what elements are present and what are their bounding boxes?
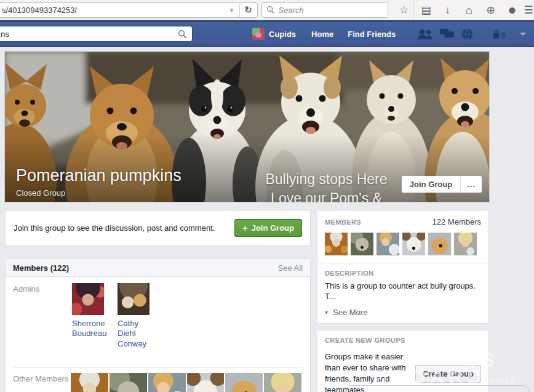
members-panel: Members (122) See All Admins Sherrone Bo…	[5, 258, 311, 392]
group-title: Pomeranian pumpkins	[16, 166, 181, 185]
member-photo[interactable]	[377, 233, 399, 255]
suggested-group-card[interactable]	[346, 385, 529, 392]
group-privacy-label: Closed Group	[16, 188, 181, 198]
admin-card[interactable]: Cathy Diehl Conway	[118, 283, 156, 349]
admins-row: Admins Sherrone Boudreau Cathy Diehl Con…	[13, 283, 303, 349]
member-name-link[interactable]: Cathy Diehl Conway	[118, 319, 156, 349]
members-panel-body: Admins Sherrone Boudreau Cathy Diehl Con…	[6, 277, 310, 392]
divider	[13, 367, 303, 368]
menu-icon[interactable]: ☰	[523, 0, 534, 20]
member-photo[interactable]	[118, 283, 149, 315]
create-group-button[interactable]: Create Group	[415, 365, 481, 383]
notifications-globe-icon[interactable]	[461, 28, 473, 40]
web-apps-icon[interactable]: ⊕	[480, 0, 501, 20]
cover-buttons: Join Group ...	[402, 176, 482, 193]
member-thumbnails	[325, 233, 481, 255]
reload-icon[interactable]: ↻	[240, 4, 257, 15]
admin-card[interactable]: Sherrone Boudreau	[72, 283, 111, 349]
group-description-text: This is a group to counter act bully gro…	[325, 281, 481, 302]
member-name-link[interactable]: Sherrone Boudreau	[72, 319, 111, 339]
home-link[interactable]: Home	[311, 30, 333, 39]
browser-buttons: ☆ ▤ ↓ ⌂ ⊕ ☻ ☰	[394, 0, 534, 20]
create-groups-header-label: CREATE NEW GROUPS	[325, 337, 481, 344]
group-cover-photo[interactable]: Bullying stops Here Love our Pom's & Mom…	[5, 52, 489, 202]
privacy-shortcuts-icon[interactable]	[493, 30, 507, 39]
description-header-label: DESCRIPTION	[325, 270, 481, 277]
home-icon[interactable]: ⌂	[458, 0, 480, 20]
main-column: Join this group to see the discussion, p…	[5, 210, 311, 392]
other-members-row: Other Members	[13, 373, 303, 392]
other-members-label: Other Members	[13, 373, 71, 392]
browser-toolbar: s/401309493374253/ ▾ ↻ Search ☆ ▤ ↓ ⌂ ⊕ …	[0, 0, 534, 20]
member-photo[interactable]	[351, 233, 373, 255]
profile-link[interactable]: Cupids	[269, 30, 296, 39]
account-menu-caret-icon[interactable]	[520, 33, 526, 36]
search-icon	[266, 6, 275, 14]
chevron-down-icon: ▾	[325, 309, 328, 316]
page-content: Join this group to see the discussion, p…	[5, 210, 489, 392]
member-photo[interactable]	[428, 233, 451, 255]
find-friends-link[interactable]: Find Friends	[348, 30, 396, 39]
navbar-right: Cupids Home Find Friends	[252, 28, 526, 40]
avatar[interactable]	[252, 28, 265, 40]
cover-caption: Bullying stops Here Love our Pom's & Mom…	[239, 170, 414, 202]
messages-icon[interactable]	[439, 29, 455, 39]
member-photo[interactable]	[325, 233, 348, 255]
see-more-link[interactable]: ▾ See More	[325, 308, 481, 317]
divider	[317, 263, 488, 263]
create-groups-panel: CREATE NEW GROUPS Groups make it easier …	[317, 330, 489, 392]
reading-list-icon[interactable]: ▤	[415, 0, 437, 20]
facebook-navbar: ns Cupids Home Find Friends	[0, 20, 534, 47]
facebook-search-input[interactable]: ns	[0, 26, 193, 42]
cover-caption-line: Bullying stops Here	[239, 170, 414, 189]
member-photo[interactable]	[110, 373, 147, 392]
join-group-button-green[interactable]: + Join Group	[234, 219, 302, 237]
group-header: Pomeranian pumpkins Closed Group	[16, 166, 181, 198]
admins-label: Admins	[13, 283, 72, 349]
bookmark-star-icon[interactable]: ☆	[394, 0, 414, 20]
member-photo[interactable]	[187, 373, 225, 392]
search-placeholder: Search	[279, 6, 304, 15]
friend-requests-icon[interactable]	[416, 29, 432, 39]
join-cta-text: Join this group to see the discussion, p…	[14, 223, 215, 233]
chat-icon[interactable]: ☻	[501, 0, 523, 20]
browser-search-input[interactable]: Search	[261, 2, 388, 18]
member-photo[interactable]	[148, 373, 186, 392]
join-group-label: Join Group	[252, 223, 294, 233]
facebook-search-value[interactable]: ns	[1, 30, 178, 39]
members-see-all-link[interactable]: See All	[278, 263, 303, 273]
member-photo[interactable]	[72, 283, 104, 315]
member-photo[interactable]	[454, 233, 477, 255]
plus-icon: +	[242, 223, 248, 233]
sidebar: MEMBERS 122 Members DESCRIPTION This is …	[317, 210, 489, 392]
see-more-label[interactable]: See More	[333, 308, 367, 317]
members-panel-title: Members (122)	[13, 263, 69, 273]
sidebar-members-header: MEMBERS 122 Members	[325, 217, 481, 226]
member-photo[interactable]	[264, 373, 301, 392]
members-panel-header: Members (122) See All	[6, 259, 310, 277]
members-header-label: MEMBERS	[325, 218, 361, 226]
watermark-text: SINCE	[490, 377, 517, 385]
member-photo[interactable]	[225, 373, 263, 392]
url-text[interactable]: s/401309493374253/	[0, 6, 225, 15]
address-bar[interactable]: s/401309493374253/ ▾ ↻	[0, 2, 258, 18]
more-options-button[interactable]: ...	[461, 176, 482, 193]
search-icon[interactable]	[178, 30, 187, 39]
sidebar-members-panel: MEMBERS 122 Members DESCRIPTION This is …	[317, 210, 489, 324]
member-photo[interactable]	[402, 233, 425, 255]
download-icon[interactable]: ↓	[437, 0, 458, 20]
members-count: 122 Members	[432, 217, 481, 226]
cover-caption-line: Love our Pom's &	[239, 189, 414, 202]
join-group-button[interactable]: Join Group	[402, 176, 461, 193]
url-history-dropdown-icon[interactable]: ▾	[225, 6, 239, 14]
join-cta-panel: Join this group to see the discussion, p…	[5, 210, 311, 246]
member-photo[interactable]	[71, 373, 108, 392]
